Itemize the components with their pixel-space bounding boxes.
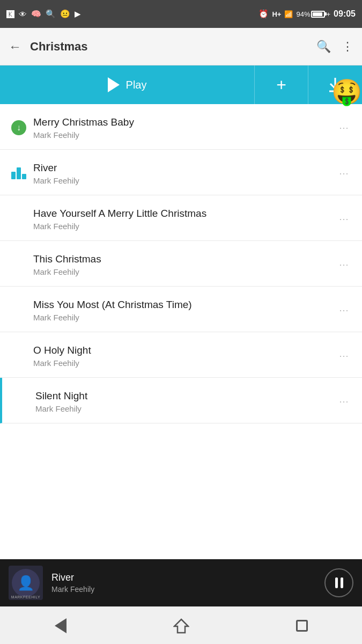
artist-photo: 👤	[12, 569, 40, 597]
add-icon: +	[276, 75, 286, 95]
song-item-4[interactable]: This Christmas Mark Feehily ⋯	[0, 241, 362, 287]
song-info-3: Have Yourself A Merry Little Christmas M…	[33, 208, 335, 231]
song-title-4: This Christmas	[33, 253, 335, 265]
song-item-1[interactable]: ↓ Merry Christmas Baby Mark Feehily ⋯	[0, 104, 362, 150]
action-bar: Play + 🤑	[0, 65, 362, 104]
now-playing-thumbnail: 👤 MARKFEEHILY	[9, 566, 43, 600]
song-artist-1: Mark Feehily	[33, 130, 335, 140]
song-more-6[interactable]: ⋯	[335, 346, 353, 366]
bar-1	[11, 172, 16, 179]
now-playing-artist: Mark Feehily	[51, 585, 316, 594]
playing-bars-icon	[11, 167, 26, 179]
battery-indicator: 94% +	[296, 10, 330, 18]
alarm-icon: ⏰	[258, 9, 269, 19]
song-info-2: River Mark Feehily	[33, 162, 335, 185]
nav-back-icon	[55, 618, 67, 633]
back-button[interactable]: ←	[9, 39, 21, 54]
downloaded-badge: ↓	[11, 120, 26, 135]
pause-bar-1	[335, 577, 338, 588]
song-more-3[interactable]: ⋯	[335, 209, 353, 229]
more-button[interactable]: ⋮	[342, 40, 353, 54]
song-title-3: Have Yourself A Merry Little Christmas	[33, 208, 335, 219]
pause-button[interactable]	[324, 568, 353, 597]
song-item-6[interactable]: O Holy Night Mark Feehily ⋯	[0, 332, 362, 378]
signal-icon: 📶	[284, 10, 293, 18]
app-icon-4: 🔍	[46, 9, 56, 19]
bar-3	[22, 174, 26, 179]
app-icon-1: 🅺	[6, 10, 14, 19]
network-type: H+	[272, 10, 281, 18]
app-icon-6: ▶	[75, 9, 81, 19]
battery-percent: 94%	[296, 10, 310, 18]
battery-fill	[313, 12, 322, 16]
nav-recents-icon	[296, 620, 308, 632]
song-more-1[interactable]: ⋯	[335, 118, 353, 138]
now-playing-title: River	[51, 572, 316, 583]
bar-2	[17, 167, 21, 179]
song-artist-2: Mark Feehily	[33, 176, 335, 185]
now-playing-info: River Mark Feehily	[51, 572, 316, 594]
song-more-4[interactable]: ⋯	[335, 254, 353, 275]
song-more-7[interactable]: ⋯	[335, 391, 353, 412]
song-title-6: O Holy Night	[33, 345, 335, 356]
artist-thumb-label: MARKFEEHILY	[9, 595, 43, 599]
app-icon-3: 🧠	[31, 9, 41, 19]
pause-icon	[335, 577, 343, 588]
nav-recents-button[interactable]	[286, 610, 318, 642]
emoji-overlay: 🤑	[331, 79, 362, 104]
song-icon-2	[9, 167, 29, 179]
song-title-5: Miss You Most (At Christmas Time)	[33, 299, 335, 311]
now-playing-bar[interactable]: 👤 MARKFEEHILY River Mark Feehily	[0, 559, 362, 606]
status-bar-right: ⏰ H+ 📶 94% + 09:05	[258, 9, 356, 19]
app-icon-5: 😐	[60, 9, 70, 19]
song-item-7[interactable]: Silent Night Mark Feehily ⋯	[0, 378, 362, 423]
pause-bar-2	[341, 577, 343, 588]
page-title: Christmas	[30, 40, 316, 54]
song-artist-4: Mark Feehily	[33, 267, 335, 276]
song-item-5[interactable]: Miss You Most (At Christmas Time) Mark F…	[0, 287, 362, 332]
nav-home-icon	[173, 618, 189, 634]
song-info-5: Miss You Most (At Christmas Time) Mark F…	[33, 299, 335, 322]
svg-marker-2	[174, 619, 188, 633]
status-bar-left: 🅺 👁 🧠 🔍 😐 ▶	[6, 9, 81, 19]
song-artist-6: Mark Feehily	[33, 358, 335, 368]
song-icon-1: ↓	[9, 120, 29, 135]
song-artist-3: Mark Feehily	[33, 222, 335, 231]
song-more-2[interactable]: ⋯	[335, 163, 353, 184]
play-label: Play	[126, 79, 147, 91]
nav-home-button[interactable]	[165, 610, 197, 642]
song-item-3[interactable]: Have Yourself A Merry Little Christmas M…	[0, 195, 362, 241]
song-artist-5: Mark Feehily	[33, 313, 335, 322]
song-info-6: O Holy Night Mark Feehily	[33, 345, 335, 368]
song-info-1: Merry Christmas Baby Mark Feehily	[33, 116, 335, 140]
nav-back-button[interactable]	[45, 610, 77, 642]
clock: 09:05	[334, 9, 356, 19]
search-button[interactable]: 🔍	[316, 40, 331, 54]
play-button[interactable]: Play	[0, 65, 255, 104]
play-icon	[108, 77, 120, 92]
song-item-2[interactable]: River Mark Feehily ⋯	[0, 150, 362, 195]
charge-icon: +	[326, 10, 330, 18]
song-list: ↓ Merry Christmas Baby Mark Feehily ⋯ Ri…	[0, 104, 362, 423]
add-button[interactable]: +	[255, 65, 308, 104]
song-title-1: Merry Christmas Baby	[33, 116, 335, 128]
song-more-5[interactable]: ⋯	[335, 300, 353, 320]
status-bar: 🅺 👁 🧠 🔍 😐 ▶ ⏰ H+ 📶 94% + 09:05	[0, 0, 362, 28]
app-icon-2: 👁	[19, 10, 27, 19]
song-title-2: River	[33, 162, 335, 174]
song-info-7: Silent Night Mark Feehily	[35, 390, 335, 413]
song-artist-7: Mark Feehily	[35, 404, 143, 413]
song-info-4: This Christmas Mark Feehily	[33, 253, 335, 276]
download-button[interactable]: 🤑	[308, 65, 362, 104]
song-title-7: Silent Night	[35, 390, 335, 402]
app-bar: ← Christmas 🔍 ⋮	[0, 28, 362, 65]
nav-bar	[0, 606, 362, 644]
battery-box	[311, 11, 325, 18]
